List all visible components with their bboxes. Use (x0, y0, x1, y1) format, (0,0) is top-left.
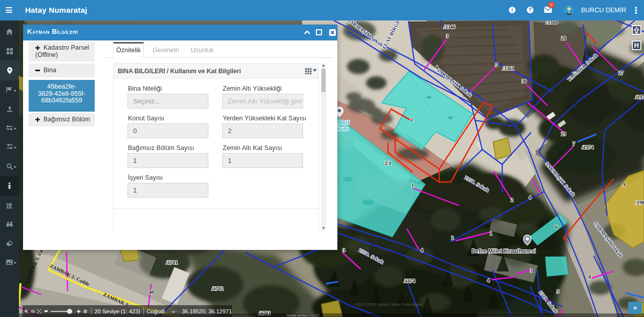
svg-text:2: 2 (452, 235, 454, 241)
svg-text:7: 7 (573, 141, 575, 146)
svg-text:1: 1 (490, 230, 492, 236)
svg-text:2/1: 2/1 (385, 160, 392, 166)
svg-text:4: 4 (529, 195, 531, 200)
svg-text:9: 9 (623, 182, 626, 187)
svg-text:©2022 CNES / Airbus, Maxar Tec: ©2022 CNES / Airbus, Maxar Technologies (354, 303, 423, 307)
svg-text:5: 5 (496, 62, 498, 68)
svg-text:/1701: /1701 (166, 260, 178, 265)
svg-text:28: 28 (561, 35, 566, 41)
svg-text:4: 4 (421, 247, 423, 253)
svg-text:/198: /198 (635, 200, 644, 205)
svg-text:30: 30 (522, 78, 527, 84)
svg-text:6: 6 (555, 224, 558, 230)
svg-text:29: 29 (561, 131, 566, 137)
svg-text:kulu: kulu (337, 125, 349, 132)
svg-text:5: 5 (557, 289, 560, 294)
svg-text:/197: /197 (635, 94, 644, 100)
svg-text:8: 8 (589, 274, 591, 280)
svg-text:2: 2 (411, 117, 413, 122)
svg-text:48: 48 (149, 289, 154, 295)
svg-text:/3361: /3361 (502, 66, 514, 71)
svg-text:Defne Millet Kıraathanesi: Defne Millet Kıraathanesi (472, 248, 536, 254)
svg-text:Harita verileri ©2022: Harita verileri ©2022 (287, 313, 319, 317)
svg-text:/1974: /1974 (582, 144, 594, 150)
svg-text:1: 1 (412, 182, 414, 188)
svg-text:4: 4 (487, 278, 490, 283)
svg-text:3: 3 (343, 247, 346, 253)
svg-text:27: 27 (618, 70, 624, 76)
svg-text:3: 3 (446, 33, 449, 39)
svg-text:/3346: /3346 (443, 24, 456, 30)
svg-text:/1702: /1702 (211, 286, 224, 291)
svg-text:3: 3 (530, 268, 533, 273)
svg-text:/1174: /1174 (403, 278, 415, 284)
svg-text:2: 2 (511, 197, 513, 203)
svg-text:Akif: Akif (339, 119, 350, 125)
